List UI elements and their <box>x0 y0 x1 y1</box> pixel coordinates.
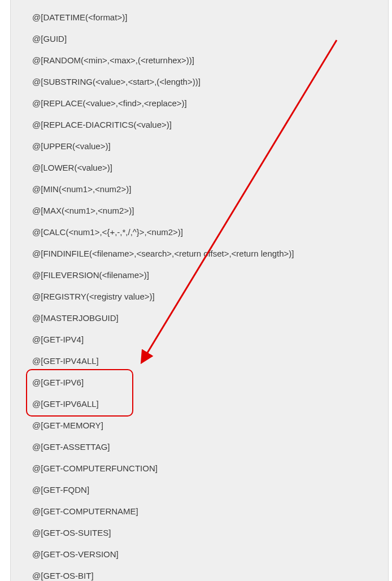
function-item: @[MASTERJOBGUID] <box>32 307 388 329</box>
function-item: @[GET-COMPUTERNAME] <box>32 501 388 522</box>
function-item: @[SUBSTRING(<value>,<start>,(<length>))] <box>32 71 388 93</box>
function-item: @[RANDOM(<min>,<max>,(<returnhex>))] <box>32 50 388 71</box>
function-item: @[REPLACE(<value>,<find>,<replace>)] <box>32 93 388 114</box>
function-item: @[UPPER(<value>)] <box>32 136 388 157</box>
function-item: @[DATETIME(<format>)] <box>32 7 388 28</box>
function-item: @[GET-OS-BIT] <box>32 565 388 581</box>
function-item: @[GET-COMPUTERFUNCTION] <box>32 458 388 479</box>
function-item: @[GET-MEMORY] <box>32 415 388 436</box>
function-item: @[MAX(<num1>,<num2>)] <box>32 200 388 222</box>
function-item: @[GET-IPV4] <box>32 329 388 350</box>
function-item: @[GET-OS-SUITES] <box>32 522 388 544</box>
function-item: @[GUID] <box>32 28 388 50</box>
function-item: @[GET-IPV6] <box>32 372 388 393</box>
function-list: @[DATETIME(<format>)]@[GUID]@[RANDOM(<mi… <box>32 7 388 581</box>
function-item: @[FILEVERSION(<filename>)] <box>32 265 388 286</box>
function-item: @[MIN(<num1>,<num2>)] <box>32 179 388 200</box>
function-item: @[FINDINFILE(<filename>,<search>,<return… <box>32 243 388 265</box>
function-item: @[GET-IPV4ALL] <box>32 350 388 372</box>
function-item: @[LOWER(<value>)] <box>32 157 388 179</box>
function-item: @[GET-OS-VERSION] <box>32 544 388 565</box>
function-item: @[GET-FQDN] <box>32 479 388 501</box>
function-item: @[REPLACE-DIACRITICS(<value>)] <box>32 114 388 136</box>
function-item: @[GET-IPV6ALL] <box>32 393 388 415</box>
function-item: @[REGISTRY(<registry value>)] <box>32 286 388 307</box>
function-item: @[CALC(<num1>,<{+,-,*,/,^}>,<num2>)] <box>32 222 388 243</box>
function-item: @[GET-ASSETTAG] <box>32 436 388 458</box>
panel: @[DATETIME(<format>)]@[GUID]@[RANDOM(<mi… <box>10 0 389 581</box>
